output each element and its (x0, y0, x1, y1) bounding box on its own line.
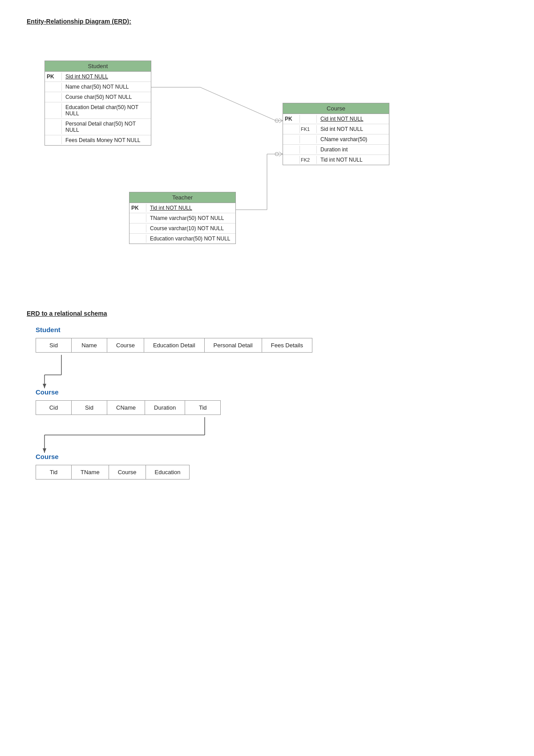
student-col-fees: Fees Details (262, 338, 312, 353)
course-col-cname: CName (107, 401, 145, 415)
erd-student-personal: Personal Detail char(50) NOT NULL (62, 120, 151, 134)
course-col-tid: Tid (185, 401, 221, 415)
erd-teacher-row-edu: Education varchar(50) NOT NULL (129, 234, 235, 244)
erd-course-row-pk: PK Cid int NOT NULL (283, 114, 389, 124)
erd-student-header: Student (45, 61, 151, 72)
course-col-cid: Cid (36, 401, 72, 415)
erd-teacher-header: Teacher (129, 192, 235, 203)
course-teacher-arrow (36, 417, 507, 453)
course-schema-table: Cid Sid CName Duration Tid (36, 400, 221, 415)
erd-course-cid: Cid int NOT NULL (317, 115, 367, 123)
erd-student-table: Student PK Sid int NOT NULL Name char(50… (44, 61, 151, 146)
student-col-name: Name (72, 338, 107, 353)
erd-course-cname: CName varchar(50) (317, 135, 371, 143)
erd-student-pk: PK (45, 73, 62, 81)
student-course-arrow-svg (36, 355, 125, 388)
schema-title: ERD to a relational schema (27, 310, 507, 317)
erd-section: Entity-Relationship Diagram (ERD): Stude… (27, 18, 507, 292)
erd-teacher-table: Teacher PK Tid int NOT NULL TName varcha… (129, 192, 236, 244)
student-col-personal: Personal Detail (204, 338, 262, 353)
teacher-col-tname: TName (72, 465, 109, 480)
student-schema-table: Sid Name Course Education Detail Persona… (36, 338, 312, 353)
erd-course-row-duration: Duration int (283, 145, 389, 155)
svg-line-4 (279, 121, 283, 123)
erd-course-sid: Sid int NOT NULL (317, 125, 367, 133)
student-col-edu-detail: Education Detail (144, 338, 204, 353)
teacher-schema-row: Tid TName Course Education (36, 465, 190, 480)
student-schema-label: Student (36, 326, 507, 333)
erd-student-edu: Education Detail char(50) NOT NULL (62, 103, 151, 118)
student-schema-block: Student Sid Name Course Education Detail… (27, 326, 507, 353)
erd-course-tid: Tid int NOT NULL (317, 156, 366, 164)
erd-student-name: Name char(50) NOT NULL (62, 83, 133, 91)
erd-student-row-name: Name char(50) NOT NULL (45, 82, 151, 92)
svg-line-1 (200, 87, 276, 121)
erd-title: Entity-Relationship Diagram (ERD): (27, 18, 507, 25)
course-schema-block: Course Cid Sid CName Duration Tid (27, 388, 507, 415)
teacher-schema-block: Course Tid TName Course Education (27, 453, 507, 480)
erd-student-row-course: Course char(50) NOT NULL (45, 92, 151, 102)
student-col-course: Course (107, 338, 144, 353)
erd-course-row-cname: CName varchar(50) (283, 134, 389, 145)
erd-teacher-row-pk: PK Tid int NOT NULL (129, 203, 235, 213)
svg-line-10 (279, 154, 283, 156)
teacher-col-education: Education (146, 465, 190, 480)
erd-student-sid: Sid int NOT NULL (62, 73, 112, 81)
teacher-schema-label: Course (36, 453, 507, 460)
student-schema-row: Sid Name Course Education Detail Persona… (36, 338, 312, 353)
svg-point-5 (275, 119, 279, 122)
schema-section: ERD to a relational schema Student Sid N… (27, 310, 507, 480)
erd-teacher-edu: Education varchar(50) NOT NULL (146, 235, 234, 243)
course-col-duration: Duration (145, 401, 185, 415)
svg-point-11 (275, 152, 279, 156)
course-schema-label: Course (36, 388, 507, 396)
erd-teacher-row-tname: TName varchar(50) NOT NULL (129, 213, 235, 224)
student-course-arrow (36, 355, 507, 388)
teacher-col-tid: Tid (36, 465, 72, 480)
teacher-col-course: Course (109, 465, 146, 480)
erd-student-row-edu: Education Detail char(50) NOT NULL (45, 102, 151, 119)
course-schema-row: Cid Sid CName Duration Tid (36, 401, 221, 415)
erd-course-header: Course (283, 103, 389, 114)
svg-marker-15 (43, 384, 46, 388)
svg-marker-19 (43, 448, 46, 453)
erd-student-fees: Fees Details Money NOT NULL (62, 136, 144, 144)
erd-course-duration: Duration int (317, 146, 351, 154)
erd-teacher-course: Course varchar(10) NOT NULL (146, 224, 227, 232)
erd-course-table: Course PK Cid int NOT NULL FK1 Sid int N… (283, 103, 389, 165)
teacher-schema-table: Tid TName Course Education (36, 465, 190, 480)
erd-student-row-personal: Personal Detail char(50) NOT NULL (45, 119, 151, 135)
erd-course-row-fk2: FK2 Tid int NOT NULL (283, 155, 389, 165)
student-col-sid: Sid (36, 338, 72, 353)
erd-student-row-pk: PK Sid int NOT NULL (45, 72, 151, 82)
erd-course-row-fk1: FK1 Sid int NOT NULL (283, 124, 389, 134)
erd-teacher-tname: TName varchar(50) NOT NULL (146, 214, 228, 222)
erd-student-course: Course char(50) NOT NULL (62, 93, 135, 101)
erd-student-row-fees: Fees Details Money NOT NULL (45, 135, 151, 145)
erd-diagram: Student PK Sid int NOT NULL Name char(50… (27, 34, 507, 292)
svg-line-3 (279, 118, 283, 121)
erd-teacher-tid: Tid int NOT NULL (146, 204, 196, 212)
course-teacher-arrow-svg (36, 417, 236, 453)
svg-line-9 (279, 152, 283, 154)
course-col-sid: Sid (72, 401, 107, 415)
erd-teacher-row-course: Course varchar(10) NOT NULL (129, 224, 235, 234)
